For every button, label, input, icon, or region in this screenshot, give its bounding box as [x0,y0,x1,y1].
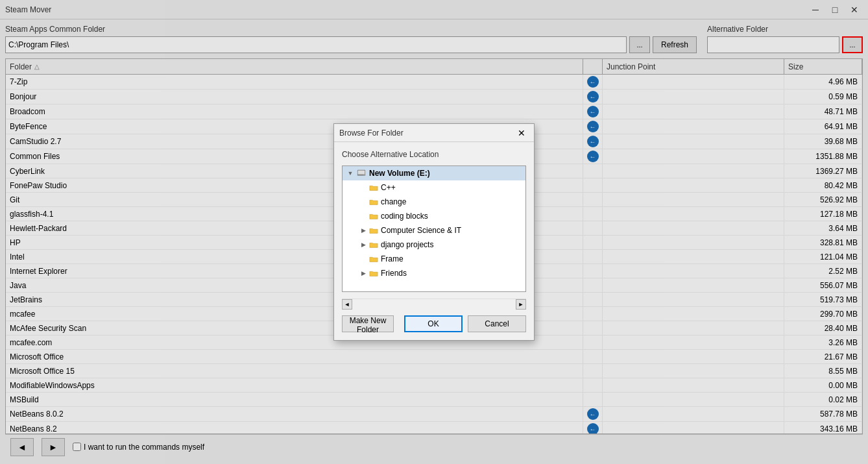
tree-item-label: Friends [381,269,407,278]
svg-point-3 [364,175,365,176]
tree-item-label: C++ [381,183,396,192]
dialog-body: Choose Alternative Location ▼ New Volume [334,142,534,340]
cancel-button[interactable]: Cancel [468,315,526,332]
ok-button[interactable]: OK [404,315,463,332]
tree-item-label: Computer Science & IT [381,226,461,235]
h-scrollbar: ◄ ► [342,299,526,309]
folder-icon [368,254,379,264]
dialog-instruction: Choose Alternative Location [342,150,526,159]
tree-expander[interactable]: ▶ [358,225,368,236]
tree-expander-root[interactable]: ▼ [345,168,356,178]
tree-item-label: change [381,197,406,206]
drive-icon [356,168,367,178]
svg-rect-1 [358,171,365,175]
tree-child-item[interactable]: C++ [343,180,525,195]
tree-expander[interactable]: ▶ [358,268,368,278]
tree-root-label: New Volume (E:) [369,169,430,178]
dialog-close-button[interactable]: ✕ [514,127,529,140]
folder-icon [368,182,379,193]
folder-icon [368,239,379,250]
tree-expander[interactable] [358,211,368,221]
tree-expander[interactable] [358,182,368,193]
dialog-title-bar: Browse For Folder ✕ [334,124,534,142]
dialog-title: Browse For Folder [339,128,404,138]
tree-item-label: coding blocks [381,212,428,221]
tree-child-item[interactable]: ▶ Computer Science & IT [343,223,525,238]
folder-icon [368,197,379,207]
tree-child-item[interactable]: coding blocks [343,209,525,223]
folder-icon [368,211,379,221]
browse-dialog: Browse For Folder ✕ Choose Alternative L… [333,123,535,341]
folder-icon [368,225,379,236]
h-scroll-track [352,299,516,310]
dialog-overlay: Browse For Folder ✕ Choose Alternative L… [0,0,868,464]
folder-tree[interactable]: ▼ New Volume (E:) C++ change coding bloc… [342,165,526,292]
tree-root-item[interactable]: ▼ New Volume (E:) [343,166,525,180]
tree-expander[interactable] [358,254,368,264]
tree-item-label: django projects [381,240,433,249]
dialog-buttons: Make New Folder OK Cancel [342,315,526,332]
h-scroll-right-btn[interactable]: ► [516,299,526,310]
tree-child-item[interactable]: change [343,195,525,209]
h-scroll-left-btn[interactable]: ◄ [342,299,352,310]
tree-child-item[interactable]: Frame [343,252,525,266]
tree-item-label: Frame [381,254,404,263]
tree-child-item[interactable]: ▶ django projects [343,238,525,252]
tree-expander[interactable]: ▶ [358,239,368,250]
tree-child-item[interactable]: ▶ Friends [343,266,525,280]
tree-expander[interactable] [358,197,368,207]
make-new-folder-button[interactable]: Make New Folder [342,315,394,332]
folder-icon [368,268,379,278]
